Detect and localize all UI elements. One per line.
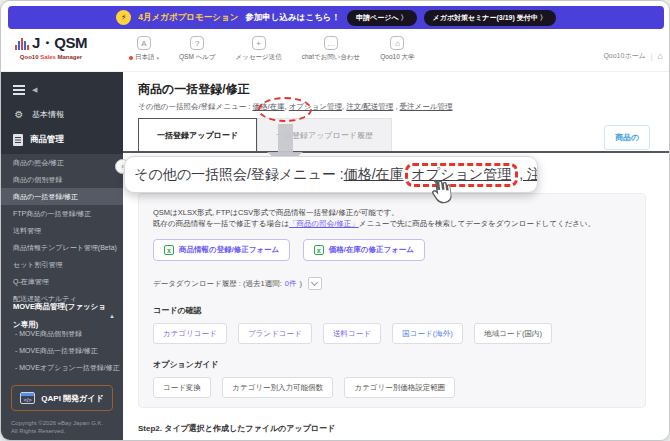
sidebar-item-template-management[interactable]: 商品情報テンプレート管理(Beta) <box>1 239 123 256</box>
form-buttons-row: x 商品情報の登録/修正フォーム x 価格/在庫の修正フォーム <box>153 229 631 261</box>
category-price-range-button[interactable]: カテゴリー別価格設定範囲 <box>344 377 455 398</box>
zoom-arrow-annotation <box>278 124 293 153</box>
promo-banner: ⚡ 4月メガポプロモーション 参加申し込みはこちら！ 申請ページへ 〉 メガポ対… <box>8 6 664 29</box>
link-product-search-edit[interactable]: 「商品の照会/修正」 <box>289 219 359 228</box>
qoo10-home-link[interactable]: Qoo10ホーム <box>603 51 645 61</box>
nav-language[interactable]: A 日本語▾ <box>129 36 159 62</box>
guide-buttons-row: コード変換 カテゴリー別入力可能個数 カテゴリー別価格設定範囲 <box>153 370 631 398</box>
header-nav: A 日本語▾ ? QSM ヘルプ + メッセージ送信 … chatでお問い合わせ… <box>129 36 415 62</box>
sidebar: ◀ ⚙ 基本情報 商品管理 商品の照会/修正 商品の個別登録 商品の一括登録/修… <box>1 72 123 441</box>
promo-title: 4月メガポプロモーション <box>138 12 238 24</box>
code-buttons-row: カテゴリコード ブランドコード 送料コード 国コード(海外) 地域コード(国内) <box>153 316 631 344</box>
megapo-badge-icon: ⚡ <box>116 10 131 25</box>
code-window-icon: </> <box>20 392 35 404</box>
sidebar-section-product-management[interactable]: 商品管理 <box>1 126 123 154</box>
sidebar-menu-toggle[interactable]: ◀ <box>1 78 123 102</box>
info-line-2: 既存の商品情報を一括で修正する場合は「商品の照会/修正」メニューで先に商品を検索… <box>153 218 631 229</box>
document-icon <box>13 134 23 146</box>
collapse-up-icon: ▲ <box>109 307 115 325</box>
logo-title: J・QSM <box>32 34 87 53</box>
code-check-title: コードの確認 <box>153 305 631 316</box>
app-window: ⚡ 4月メガポプロモーション 参加申し込みはこちら！ 申請ページへ 〉 メガポ対… <box>0 0 670 441</box>
price-stock-form-button[interactable]: x 価格/在庫の修正フォーム <box>303 239 425 261</box>
category-input-limit-button[interactable]: カテゴリー別入力可能個数 <box>222 377 333 398</box>
nav-qsm-help[interactable]: ? QSM ヘルプ <box>179 36 216 62</box>
product-info-form-button[interactable]: x 商品情報の登録/修正フォーム <box>153 239 290 261</box>
sidebar-item-basic-info[interactable]: ⚙ 基本情報 <box>1 102 123 126</box>
logo-subtitle: Qoo10 Sales Manager <box>15 54 87 60</box>
option-guide-title: オプションガイド <box>153 359 631 370</box>
sidebar-item-product-individual-register[interactable]: 商品の個別登録 <box>1 171 123 188</box>
promo-subtitle: 参加申し込みはこちら！ <box>245 12 340 24</box>
sidebar-item-move-bulk-register-edit[interactable]: - MOVE商品一括登録/修正 <box>1 342 123 359</box>
nav-qoo10-university[interactable]: ⌂ Qoo10 大学 <box>380 36 414 62</box>
divider: | <box>651 53 653 60</box>
copyright-text: Copyright ©2026 eBay Japan G.K. All Righ… <box>1 411 123 435</box>
download-count: 0件 <box>285 279 297 289</box>
school-icon: ⌂ <box>390 36 404 50</box>
shipping-code-button[interactable]: 送料コード <box>323 323 381 344</box>
page-title: 商品の一括登録/修正 <box>138 81 250 98</box>
step1-panel: QSMはXLSX形式, FTPはCSV形式で商品情報一括登録/修正が可能です。 … <box>138 193 646 408</box>
seminar-button[interactable]: メガポ対策セミナー(3/19) 受付中 〉 <box>424 10 556 26</box>
link-order-mail[interactable]: 受注メール管理 <box>400 102 453 111</box>
excel-icon: x <box>314 245 324 255</box>
sidebar-section-move-management[interactable]: MOVE商品管理(ファッション専用) ▲ <box>1 307 123 325</box>
brand-code-button[interactable]: ブランドコード <box>238 323 312 344</box>
collapse-icon: ◀ <box>32 86 37 94</box>
product-side-button[interactable]: 商品の <box>604 125 650 150</box>
app-header: J・QSM Qoo10 Sales Manager A 日本語▾ ? QSM ヘ… <box>1 29 670 72</box>
region-code-button[interactable]: 地域コード(国内) <box>474 323 552 344</box>
gear-icon: ⚙ <box>13 109 25 120</box>
apply-page-button[interactable]: 申請ページへ 〉 <box>347 10 416 26</box>
callout-link-price-stock[interactable]: 価格/在庫 <box>344 166 404 184</box>
nav-chat-contact[interactable]: … chatでお問い合わせ <box>302 36 361 62</box>
category-code-button[interactable]: カテゴリコード <box>153 323 227 344</box>
download-history-expand-button[interactable] <box>308 277 322 290</box>
hand-cursor-icon <box>427 177 453 210</box>
excel-icon: x <box>164 245 174 255</box>
tab-divider-line <box>123 151 670 153</box>
logo-bars-icon <box>15 38 29 53</box>
hamburger-icon <box>13 85 25 95</box>
sidebar-item-set-discount[interactable]: セット割引管理 <box>1 256 123 273</box>
magnified-callout: その他の一括照会/登録メニュー : 価格/在庫オプション管理, 注 <box>124 156 538 193</box>
chevron-down-icon <box>311 279 318 286</box>
sidebar-item-shipping-management[interactable]: 送料管理 <box>1 222 123 239</box>
red-dashed-circle-annotation <box>258 97 312 122</box>
nav-message-send[interactable]: + メッセージ送信 <box>236 36 282 62</box>
country-code-button[interactable]: 国コード(海外) <box>392 323 462 344</box>
message-icon: + <box>252 36 266 50</box>
jqsm-logo[interactable]: J・QSM Qoo10 Sales Manager <box>15 34 87 60</box>
notification-dot <box>129 56 133 60</box>
main-content: 商品の一括登録/修正 その他の一括照会/登録メニュー : 価格/在庫, オプショ… <box>123 72 670 441</box>
download-history-row: データダウンロード履歴 : (過去1週間: 0件) <box>153 277 631 290</box>
info-line-1: QSMはXLSX形式, FTPはCSV形式で商品情報一括登録/修正が可能です。 <box>153 207 631 218</box>
red-dashed-box-annotation: オプション管理 <box>405 163 519 187</box>
sidebar-item-ftp-bulk-register-edit[interactable]: FTP商品の一括登録/修正 <box>1 205 123 222</box>
chevron-down-icon: ▾ <box>157 55 160 61</box>
step2-title: Step2. タイプ選択と作成したファイルのアップロード <box>138 423 335 434</box>
callout-link-tail: , 注 <box>519 166 538 184</box>
link-order-delivery[interactable]: 注文/配送管理 <box>346 102 393 111</box>
tab-bulk-upload[interactable]: 一括登録アップロード <box>138 118 257 151</box>
help-icon: ? <box>190 36 204 50</box>
sidebar-item-product-search-edit[interactable]: 商品の照会/修正 <box>1 154 123 171</box>
sidebar-item-move-option-bulk-register-edit[interactable]: - MOVEオプション一括登録/修正 <box>1 359 123 376</box>
store-icon[interactable]: ⌂ <box>658 51 663 61</box>
header-right-links: Qoo10ホーム | ⌂ <box>603 51 663 61</box>
qapi-dev-guide-button[interactable]: </> QAPI 開発ガイド <box>11 385 113 411</box>
tab-bar: 一括登録アップロード 一括登録アップロード履歴 <box>138 118 392 151</box>
sidebar-item-q-inventory[interactable]: Q-在庫管理 <box>1 273 123 290</box>
code-convert-button[interactable]: コード変換 <box>153 377 211 398</box>
chat-icon: … <box>324 36 338 50</box>
sidebar-item-product-bulk-register-edit[interactable]: 商品の一括登録/修正 <box>1 188 123 205</box>
language-icon: A <box>137 36 151 50</box>
